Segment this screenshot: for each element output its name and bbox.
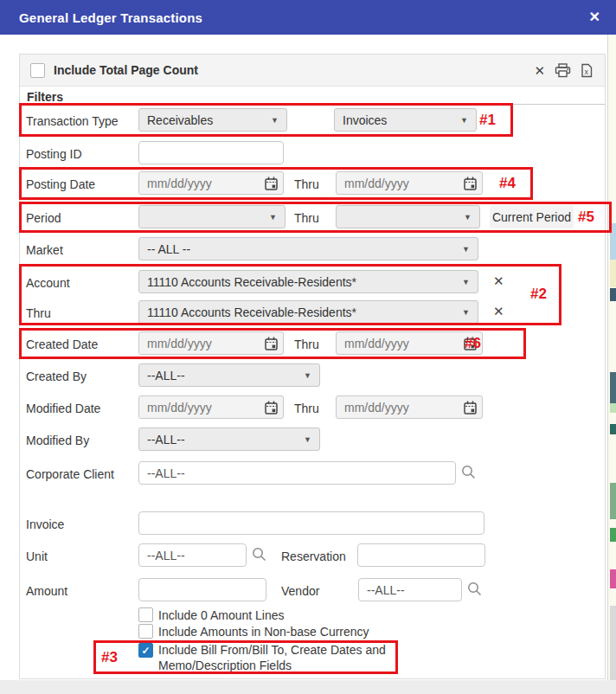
- period-from-dropdown[interactable]: ▼: [138, 205, 286, 228]
- calendar-icon[interactable]: [265, 177, 278, 190]
- reservation-input[interactable]: [357, 543, 485, 567]
- calendar-icon[interactable]: [464, 401, 477, 414]
- modified-by-label: Modified By: [26, 434, 89, 447]
- check-icon: ✓: [141, 645, 150, 657]
- created-by-label: Created By: [26, 369, 87, 383]
- transaction-type-dropdown[interactable]: Receivables ▼: [138, 108, 287, 132]
- period-to-dropdown[interactable]: ▼: [336, 205, 480, 228]
- dialog-title: General Ledger Transactions: [0, 10, 202, 25]
- vendor-label: Vendor: [281, 584, 319, 598]
- chevron-down-icon: ▼: [462, 278, 470, 286]
- excel-export-icon[interactable]: x: [581, 63, 593, 78]
- background-color-block: [610, 483, 616, 519]
- include-non-base-currency-checkbox[interactable]: [138, 624, 153, 639]
- posting-date-from-placeholder: mm/dd/yyyy: [147, 177, 212, 190]
- account-to-clear-icon[interactable]: ✕: [493, 304, 504, 319]
- corporate-client-label: Corporate Client: [26, 467, 114, 481]
- dialog-titlebar: General Ledger Transactions ✕: [0, 0, 616, 35]
- include-total-page-count-checkbox[interactable]: [30, 63, 45, 78]
- chevron-down-icon: ▼: [462, 245, 470, 254]
- amount-label: Amount: [26, 584, 67, 598]
- unit-value: --ALL--: [147, 549, 185, 562]
- background-color-block: [610, 528, 616, 542]
- period-label: Period: [26, 211, 61, 225]
- invoice-label: Invoice: [26, 517, 64, 531]
- market-dropdown[interactable]: -- ALL -- ▼: [138, 237, 478, 260]
- modified-date-to-input[interactable]: mm/dd/yyyy: [336, 395, 483, 419]
- vendor-input[interactable]: --ALL--: [358, 578, 462, 601]
- created-date-label: Created Date: [26, 337, 98, 351]
- created-by-dropdown[interactable]: --ALL-- ▼: [138, 363, 320, 387]
- include-0-amount-lines-checkbox[interactable]: [138, 607, 153, 622]
- unit-input[interactable]: --ALL--: [138, 543, 247, 567]
- account-from-clear-icon[interactable]: ✕: [493, 273, 504, 289]
- account-to-dropdown[interactable]: 11110 Accounts Receivable-Residents* ▼: [138, 300, 478, 324]
- panel-header: Include Total Page Count ✕ x: [20, 55, 605, 87]
- calendar-icon[interactable]: [265, 401, 278, 414]
- background-color-block: [610, 372, 616, 403]
- account-from-dropdown[interactable]: 11110 Accounts Receivable-Residents* ▼: [138, 270, 478, 293]
- modified-date-from-input[interactable]: mm/dd/yyyy: [138, 395, 284, 419]
- market-value: -- ALL --: [147, 242, 190, 256]
- calendar-icon[interactable]: [464, 177, 477, 190]
- modified-date-from-placeholder: mm/dd/yyyy: [147, 401, 212, 414]
- market-label: Market: [26, 243, 63, 257]
- chevron-down-icon: ▼: [464, 213, 472, 222]
- include-total-page-count-label: Include Total Page Count: [54, 63, 198, 77]
- posting-date-from-input[interactable]: mm/dd/yyyy: [138, 171, 284, 195]
- background-color-block: [610, 223, 616, 260]
- invoice-input[interactable]: [138, 511, 484, 535]
- vendor-search-icon[interactable]: [467, 582, 482, 596]
- filters-divider: [20, 104, 605, 105]
- created-by-value: --ALL--: [147, 369, 185, 382]
- vendor-value: --ALL--: [367, 583, 405, 597]
- posting-date-to-placeholder: mm/dd/yyyy: [344, 177, 409, 190]
- print-icon[interactable]: [555, 63, 571, 78]
- posting-id-label: Posting ID: [26, 147, 82, 161]
- dialog-close-icon[interactable]: ✕: [589, 9, 600, 25]
- unit-label: Unit: [26, 549, 48, 563]
- transaction-type-label: Transaction Type: [26, 114, 119, 128]
- background-color-block: [610, 288, 616, 301]
- created-date-to-input[interactable]: mm/dd/yyyy: [336, 331, 483, 355]
- amount-input[interactable]: [138, 578, 266, 601]
- posting-date-to-input[interactable]: mm/dd/yyyy: [336, 171, 483, 195]
- background-color-block: [610, 569, 616, 588]
- background-color-block: [610, 606, 616, 680]
- background-color-block: [610, 403, 616, 413]
- account-to-value: 11110 Accounts Receivable-Residents*: [147, 305, 356, 319]
- modified-date-thru-label: Thru: [294, 402, 319, 415]
- created-date-to-placeholder: mm/dd/yyyy: [344, 337, 409, 350]
- include-bill-from-to-checkbox[interactable]: ✓: [138, 643, 153, 658]
- panel-close-icon[interactable]: ✕: [534, 63, 545, 79]
- include-non-base-currency-label: Include Amounts in Non-base Currency: [158, 625, 369, 639]
- created-date-from-input[interactable]: mm/dd/yyyy: [138, 331, 284, 355]
- background-color-block: [610, 424, 616, 434]
- posting-date-thru-label: Thru: [294, 177, 319, 191]
- corporate-client-input[interactable]: --ALL--: [138, 461, 456, 485]
- transaction-subtype-dropdown[interactable]: Invoices ▼: [334, 108, 477, 132]
- unit-search-icon[interactable]: [252, 547, 266, 562]
- chevron-down-icon: ▼: [304, 435, 311, 444]
- calendar-icon[interactable]: [464, 337, 477, 350]
- modified-by-value: --ALL--: [147, 433, 185, 447]
- include-0-amount-lines-label: Include 0 Amount Lines: [158, 608, 285, 622]
- account-label: Account: [26, 276, 70, 290]
- modified-by-dropdown[interactable]: --ALL-- ▼: [138, 427, 320, 451]
- created-date-thru-label: Thru: [294, 337, 319, 351]
- include-bill-from-to-label: Include Bill From/Bill To, Create Dates …: [158, 642, 394, 673]
- corporate-client-search-icon[interactable]: [461, 465, 476, 479]
- modified-date-label: Modified Date: [26, 402, 100, 415]
- chevron-down-icon: ▼: [271, 116, 279, 125]
- modified-date-to-placeholder: mm/dd/yyyy: [344, 401, 409, 414]
- reservation-label: Reservation: [281, 549, 346, 563]
- period-thru-label: Thru: [294, 211, 319, 225]
- current-period-button[interactable]: Current Period: [490, 205, 574, 228]
- account-from-value: 11110 Accounts Receivable-Residents*: [147, 275, 356, 289]
- posting-id-input[interactable]: [138, 141, 284, 164]
- page-background-footer: [0, 680, 616, 694]
- corporate-client-value: --ALL--: [147, 466, 185, 480]
- account-thru-label: Thru: [26, 306, 51, 320]
- calendar-icon[interactable]: [265, 337, 278, 350]
- background-color-block: [610, 260, 616, 287]
